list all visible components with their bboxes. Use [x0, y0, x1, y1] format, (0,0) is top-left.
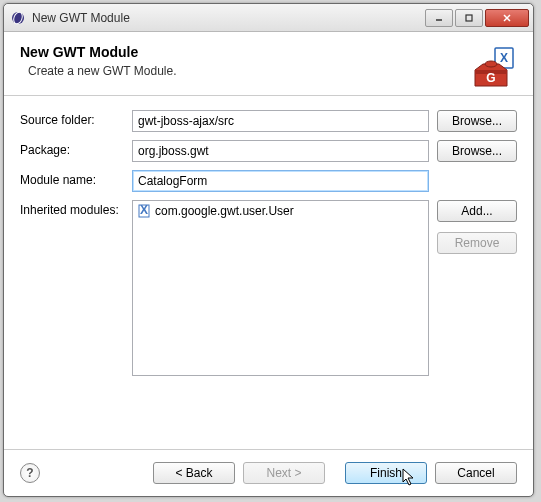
next-button: Next > [243, 462, 325, 484]
svg-text:X: X [500, 51, 508, 65]
list-item-label: com.google.gwt.user.User [155, 204, 294, 218]
wizard-header: New GWT Module Create a new GWT Module. … [4, 32, 533, 96]
inherited-modules-list[interactable]: X com.google.gwt.user.User [132, 200, 429, 376]
page-title: New GWT Module [20, 44, 517, 60]
module-file-icon: X [137, 204, 151, 218]
form-area: Source folder: Browse... Package: Browse… [4, 96, 533, 449]
svg-text:X: X [140, 204, 148, 217]
maximize-button[interactable] [455, 9, 483, 27]
source-folder-browse-button[interactable]: Browse... [437, 110, 517, 132]
back-button[interactable]: < Back [153, 462, 235, 484]
window-title: New GWT Module [32, 11, 423, 25]
package-browse-button[interactable]: Browse... [437, 140, 517, 162]
source-folder-label: Source folder: [20, 110, 132, 127]
page-subtitle: Create a new GWT Module. [20, 64, 517, 78]
cancel-button[interactable]: Cancel [435, 462, 517, 484]
remove-button: Remove [437, 232, 517, 254]
finish-button[interactable]: Finish [345, 462, 427, 484]
list-item[interactable]: X com.google.gwt.user.User [135, 203, 426, 219]
inherited-label: Inherited modules: [20, 200, 132, 217]
source-folder-input[interactable] [132, 110, 429, 132]
module-name-label: Module name: [20, 170, 132, 187]
module-name-input[interactable] [132, 170, 429, 192]
wizard-footer: ? < Back Next > Finish Cancel [4, 449, 533, 496]
eclipse-icon [10, 10, 26, 26]
svg-text:G: G [486, 71, 495, 85]
add-button[interactable]: Add... [437, 200, 517, 222]
gwt-toolbox-icon: X G [469, 42, 517, 90]
module-name-row: Module name: [20, 170, 517, 192]
source-folder-row: Source folder: Browse... [20, 110, 517, 132]
window-controls [423, 9, 529, 27]
close-button[interactable] [485, 9, 529, 27]
help-icon[interactable]: ? [20, 463, 40, 483]
titlebar[interactable]: New GWT Module [4, 4, 533, 32]
inherited-row: Inherited modules: X com.google.gwt.user… [20, 200, 517, 376]
svg-rect-3 [466, 15, 472, 21]
svg-point-9 [485, 61, 497, 67]
package-row: Package: Browse... [20, 140, 517, 162]
dialog-window: New GWT Module New GWT Module Create a n… [3, 3, 534, 497]
minimize-button[interactable] [425, 9, 453, 27]
package-label: Package: [20, 140, 132, 157]
package-input[interactable] [132, 140, 429, 162]
